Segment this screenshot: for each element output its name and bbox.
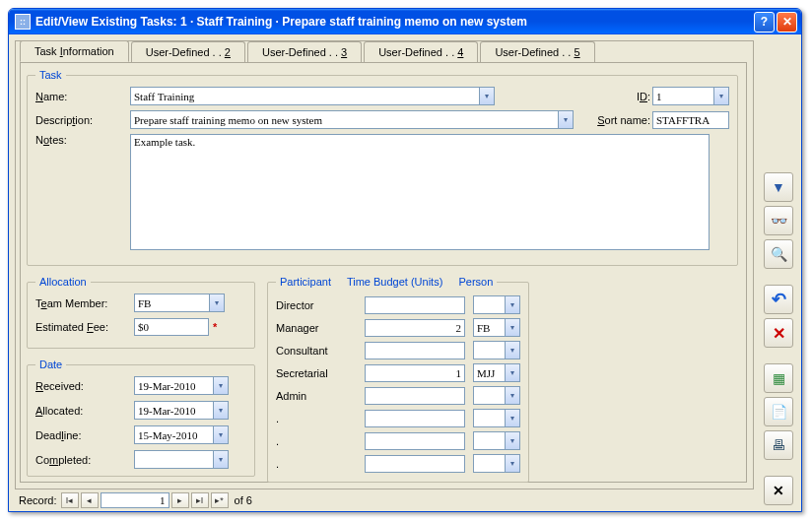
estimated-fee-input[interactable] bbox=[134, 318, 209, 336]
team-member-combo[interactable] bbox=[134, 294, 225, 312]
close-form-button[interactable]: ✕ bbox=[764, 476, 793, 505]
task-groupbox: Task Name: ID: bbox=[27, 69, 738, 266]
print-icon: 🖶 bbox=[772, 437, 785, 453]
filter-button[interactable]: ▼ bbox=[764, 172, 793, 202]
person-combo[interactable] bbox=[473, 318, 520, 337]
chevron-down-icon[interactable] bbox=[505, 455, 519, 472]
completed-combo[interactable] bbox=[134, 450, 229, 469]
person-combo[interactable] bbox=[473, 295, 520, 314]
sort-name-input[interactable] bbox=[652, 111, 729, 129]
person-combo[interactable] bbox=[473, 454, 520, 473]
person-combo[interactable] bbox=[473, 341, 520, 359]
budget-col-label: Time Budget (Units) bbox=[347, 276, 442, 288]
participant-row: . bbox=[276, 429, 520, 452]
tab-user-defined-3[interactable]: User-Defined . . 3 bbox=[247, 41, 362, 63]
chevron-down-icon[interactable] bbox=[479, 88, 494, 104]
budget-input[interactable] bbox=[365, 319, 465, 337]
record-navigator: Record: I◂ ◂ ▸ ▸I ▸* of 6 bbox=[15, 491, 754, 509]
chevron-down-icon[interactable] bbox=[505, 364, 519, 381]
budget-input[interactable] bbox=[365, 387, 465, 405]
allocated-input[interactable] bbox=[135, 402, 213, 419]
completed-input[interactable] bbox=[135, 451, 213, 468]
person-input[interactable] bbox=[474, 364, 505, 381]
window-title: Edit/View Existing Tasks: 1 · Staff Trai… bbox=[35, 15, 752, 29]
undo-button[interactable]: ↶ bbox=[764, 285, 793, 314]
person-input[interactable] bbox=[474, 387, 505, 404]
nav-last-button[interactable]: ▸I bbox=[191, 492, 209, 508]
form-area: Task Information User-Defined . . 2 User… bbox=[15, 40, 754, 489]
nav-next-button[interactable]: ▸ bbox=[171, 492, 189, 508]
participant-row: Consultant bbox=[276, 339, 520, 361]
nav-new-button[interactable]: ▸* bbox=[211, 492, 229, 508]
person-input[interactable] bbox=[474, 319, 505, 336]
preview-button[interactable]: 📄 bbox=[764, 397, 793, 426]
budget-input[interactable] bbox=[365, 455, 465, 473]
received-combo[interactable] bbox=[134, 376, 229, 395]
allocated-combo[interactable] bbox=[134, 401, 229, 420]
record-number-input[interactable] bbox=[101, 492, 169, 508]
budget-input[interactable] bbox=[365, 342, 465, 359]
person-input[interactable] bbox=[474, 342, 505, 359]
budget-input[interactable] bbox=[365, 432, 465, 450]
nav-first-button[interactable]: I◂ bbox=[61, 492, 79, 508]
notes-textarea[interactable]: Example task. bbox=[130, 134, 710, 250]
undo-icon: ↶ bbox=[772, 289, 786, 310]
team-member-input[interactable] bbox=[135, 294, 209, 311]
tab-user-defined-5[interactable]: User-Defined . . 5 bbox=[480, 41, 594, 63]
chevron-down-icon[interactable] bbox=[209, 294, 224, 311]
deadline-input[interactable] bbox=[135, 426, 213, 443]
tab-task-information[interactable]: Task Information bbox=[20, 40, 129, 62]
help-button[interactable]: ? bbox=[754, 12, 775, 33]
person-input[interactable] bbox=[474, 296, 505, 313]
team-member-label: Team Member: bbox=[35, 297, 134, 309]
participant-role-label: . bbox=[276, 458, 365, 470]
window-close-button[interactable]: ✕ bbox=[777, 12, 797, 33]
chevron-down-icon[interactable] bbox=[505, 410, 519, 426]
budget-input[interactable] bbox=[365, 296, 465, 314]
nav-prev-button[interactable]: ◂ bbox=[81, 492, 99, 508]
description-combo[interactable] bbox=[130, 110, 574, 129]
search-button[interactable]: 🔍 bbox=[764, 239, 793, 269]
chevron-down-icon[interactable] bbox=[713, 88, 728, 104]
budget-input[interactable] bbox=[365, 410, 465, 427]
id-combo[interactable] bbox=[652, 87, 729, 105]
tab-user-defined-2[interactable]: User-Defined . . 2 bbox=[131, 41, 245, 63]
chevron-down-icon[interactable] bbox=[213, 402, 228, 419]
chevron-down-icon[interactable] bbox=[505, 342, 519, 359]
funnel-icon: ▼ bbox=[772, 179, 785, 195]
person-input[interactable] bbox=[474, 410, 505, 426]
chevron-down-icon[interactable] bbox=[213, 451, 228, 468]
person-combo[interactable] bbox=[473, 386, 520, 405]
chevron-down-icon[interactable] bbox=[213, 426, 228, 443]
person-input[interactable] bbox=[474, 432, 505, 449]
chevron-down-icon[interactable] bbox=[505, 319, 519, 336]
find-button[interactable]: 👓 bbox=[764, 206, 793, 235]
person-combo[interactable] bbox=[473, 409, 520, 427]
chevron-down-icon[interactable] bbox=[213, 377, 228, 394]
delete-button[interactable]: ✕ bbox=[764, 318, 793, 348]
budget-input[interactable] bbox=[365, 364, 465, 382]
chevron-down-icon[interactable] bbox=[505, 432, 519, 449]
person-input[interactable] bbox=[474, 455, 505, 472]
print-button[interactable]: 🖶 bbox=[764, 430, 793, 460]
person-combo[interactable] bbox=[473, 431, 520, 450]
preview-icon: 📄 bbox=[771, 404, 787, 420]
id-input[interactable] bbox=[653, 88, 713, 104]
tab-user-defined-4[interactable]: User-Defined . . 4 bbox=[364, 41, 478, 63]
app-icon: :: bbox=[15, 14, 31, 30]
datasheet-button[interactable]: ▦ bbox=[764, 363, 793, 393]
participant-col-label: Participant bbox=[280, 276, 331, 288]
chevron-down-icon[interactable] bbox=[505, 296, 519, 313]
id-label: ID: bbox=[637, 91, 650, 102]
description-input[interactable] bbox=[131, 111, 558, 128]
participant-role-label: Director bbox=[276, 299, 365, 311]
deadline-combo[interactable] bbox=[134, 425, 229, 444]
chevron-down-icon[interactable] bbox=[505, 387, 519, 404]
received-input[interactable] bbox=[135, 377, 213, 394]
name-combo[interactable] bbox=[130, 87, 495, 105]
name-input[interactable] bbox=[131, 88, 479, 104]
chevron-down-icon[interactable] bbox=[558, 111, 573, 128]
participants-groupbox: Participant Time Budget (Units) Person D… bbox=[267, 276, 529, 483]
person-combo[interactable] bbox=[473, 363, 520, 382]
participant-role-label: Consultant bbox=[276, 345, 365, 357]
